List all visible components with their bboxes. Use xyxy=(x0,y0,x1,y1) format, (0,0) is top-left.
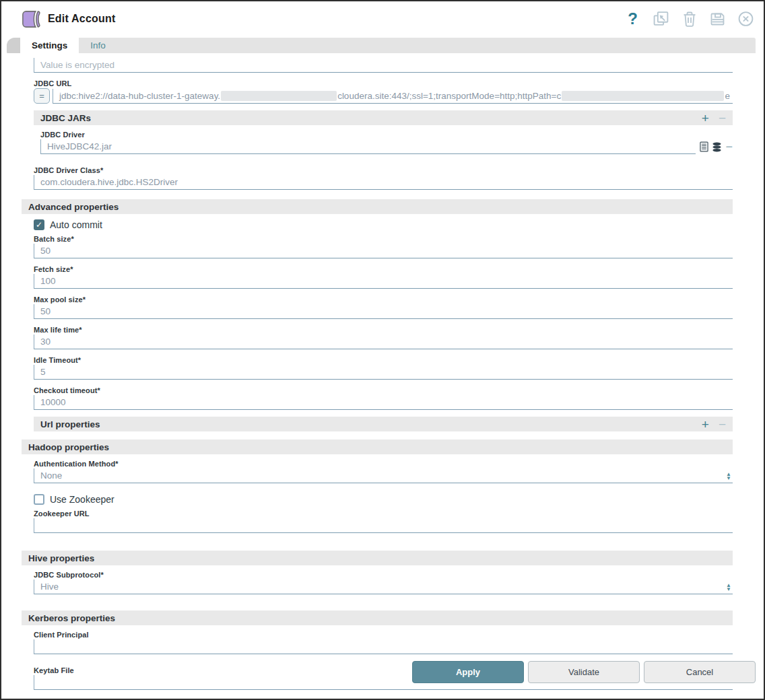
section-advanced-title: Advanced properties xyxy=(28,202,119,212)
jdbc-url-text-mid: cloudera.site:443/;ssl=1;transportMode=h… xyxy=(337,91,561,101)
use-zookeeper-checkbox[interactable] xyxy=(34,494,44,505)
zookeeper-url-input[interactable] xyxy=(34,518,733,533)
settings-form: JDBC URL = jdbc:hive2://data-hub-cluster… xyxy=(1,53,764,700)
jdbc-url-text-start: jdbc:hive2://data-hub-cluster-1-gateway. xyxy=(59,91,220,101)
database-icon[interactable] xyxy=(712,142,722,152)
auth-method-value: None xyxy=(40,470,62,481)
client-principal-field: Client Principal xyxy=(34,631,733,654)
toolbar: ? xyxy=(624,10,754,28)
jdbc-driver-label: JDBC Driver xyxy=(40,131,733,139)
expression-toggle-button[interactable]: = xyxy=(34,88,50,104)
redacted-segment xyxy=(221,91,337,101)
section-jdbc-jars: JDBC JARs + − xyxy=(34,110,733,125)
auth-method-field: Authentication Method* None ▲▼ xyxy=(34,460,733,483)
batch-size-input[interactable] xyxy=(34,244,733,258)
section-hive-properties: Hive properties xyxy=(22,551,733,565)
use-zookeeper-row: Use Zookeeper xyxy=(34,494,733,505)
client-principal-label: Client Principal xyxy=(34,631,733,639)
add-jar-button[interactable]: + xyxy=(702,112,709,125)
section-hive-title: Hive properties xyxy=(28,553,94,563)
remove-jar-button[interactable]: − xyxy=(719,112,726,125)
section-kerberos-properties: Kerberos properties xyxy=(22,610,733,625)
footer-actions: Apply Validate Cancel xyxy=(1,661,764,699)
export-icon[interactable] xyxy=(653,10,669,28)
client-principal-input[interactable] xyxy=(34,639,733,654)
remove-driver-button[interactable]: − xyxy=(725,141,733,153)
driver-class-input[interactable] xyxy=(34,175,733,190)
driver-class-label: JDBC Driver Class* xyxy=(34,166,733,174)
edit-account-dialog: { "window": { "title": "Edit Account" },… xyxy=(0,0,765,700)
jdbc-url-input[interactable]: jdbc:hive2://data-hub-cluster-1-gateway.… xyxy=(53,89,733,104)
checkout-timeout-input[interactable] xyxy=(34,395,733,410)
subprotocol-select[interactable]: Hive xyxy=(34,580,733,594)
section-hadoop-properties: Hadoop properties xyxy=(22,440,733,454)
fetch-size-input[interactable] xyxy=(34,274,733,289)
max-life-time-field: Max life time* xyxy=(34,326,733,349)
section-kerberos-title: Kerberos properties xyxy=(28,613,115,623)
tab-settings[interactable]: Settings xyxy=(20,38,79,53)
idle-timeout-label: Idle Timeout* xyxy=(34,356,733,364)
batch-size-label: Batch size* xyxy=(34,235,733,243)
subprotocol-field: JDBC Subprotocol* Hive ▲▼ xyxy=(34,571,733,594)
zookeeper-url-label: Zookeeper URL xyxy=(34,510,733,518)
batch-size-field: Batch size* xyxy=(34,235,733,258)
checkout-timeout-field: Checkout timeout* xyxy=(34,386,733,410)
max-life-time-label: Max life time* xyxy=(34,326,733,334)
max-pool-size-label: Max pool size* xyxy=(34,295,733,304)
add-url-property-button[interactable]: + xyxy=(702,418,709,431)
tab-bar: Settings Info xyxy=(7,38,756,53)
max-pool-size-input[interactable] xyxy=(34,304,733,319)
auto-commit-row: ✓ Auto commit xyxy=(34,219,733,230)
idle-timeout-input[interactable] xyxy=(34,365,733,380)
encrypted-value-input[interactable] xyxy=(34,58,733,73)
auto-commit-label: Auto commit xyxy=(50,219,102,230)
jdbc-driver-input[interactable] xyxy=(40,139,696,154)
section-url-properties-title: Url properties xyxy=(40,419,100,429)
auth-method-label: Authentication Method* xyxy=(34,460,733,468)
fetch-size-label: Fetch size* xyxy=(34,265,733,273)
apply-button[interactable]: Apply xyxy=(412,661,524,683)
auto-commit-checkbox[interactable]: ✓ xyxy=(34,219,44,230)
subprotocol-label: JDBC Subprotocol* xyxy=(34,571,733,579)
zookeeper-url-field: Zookeeper URL xyxy=(34,510,733,533)
jdbc-url-field: JDBC URL = jdbc:hive2://data-hub-cluster… xyxy=(34,79,733,104)
section-hadoop-title: Hadoop properties xyxy=(28,442,109,452)
tab-info[interactable]: Info xyxy=(79,38,117,53)
spinner-arrows-icon[interactable]: ▲▼ xyxy=(726,584,731,592)
encrypted-value-field xyxy=(34,58,733,73)
delete-icon[interactable] xyxy=(681,10,698,28)
max-life-time-input[interactable] xyxy=(34,335,733,349)
subprotocol-value: Hive xyxy=(40,582,59,592)
section-jdbc-jars-title: JDBC JARs xyxy=(40,113,91,123)
cancel-button[interactable]: Cancel xyxy=(644,661,756,683)
help-icon[interactable]: ? xyxy=(624,10,641,28)
page-title: Edit Account xyxy=(48,13,115,25)
save-icon[interactable] xyxy=(709,10,726,28)
driver-class-field: JDBC Driver Class* xyxy=(34,166,733,190)
title-bar: Edit Account ? xyxy=(1,1,764,36)
jdbc-driver-field: JDBC Driver − xyxy=(40,131,733,154)
remove-url-property-button[interactable]: − xyxy=(719,418,726,431)
spinner-arrows-icon[interactable]: ▲▼ xyxy=(726,473,731,481)
account-connector-icon xyxy=(20,9,41,30)
section-advanced-properties: Advanced properties xyxy=(22,199,733,214)
tab-bar-cap xyxy=(7,38,20,53)
idle-timeout-field: Idle Timeout* xyxy=(34,356,733,380)
file-icon[interactable] xyxy=(700,141,708,152)
jdbc-url-label: JDBC URL xyxy=(34,79,733,88)
fetch-size-field: Fetch size* xyxy=(34,265,733,289)
close-icon[interactable] xyxy=(737,10,754,28)
redacted-segment xyxy=(562,91,724,101)
auth-method-select[interactable]: None xyxy=(34,468,733,483)
jdbc-url-text-end: e xyxy=(725,91,730,101)
use-zookeeper-label: Use Zookeeper xyxy=(50,494,114,505)
checkout-timeout-label: Checkout timeout* xyxy=(34,386,733,394)
max-pool-size-field: Max pool size* xyxy=(34,295,733,319)
validate-button[interactable]: Validate xyxy=(528,661,640,683)
section-url-properties: Url properties + − xyxy=(34,417,733,431)
